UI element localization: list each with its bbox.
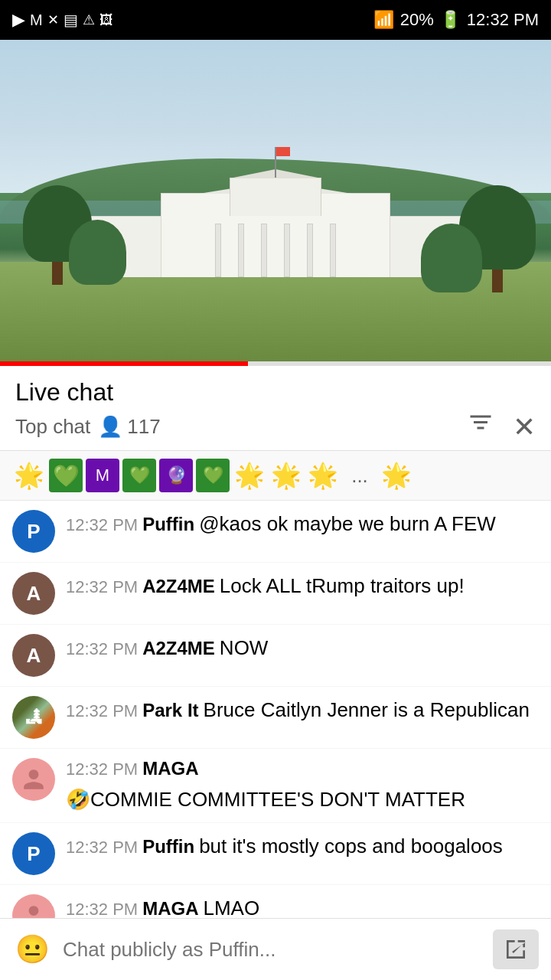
viewer-count: 👤 117	[98, 415, 160, 439]
emoji-9[interactable]: 🌟	[306, 459, 340, 492]
message-time-5: 12:32 PM	[66, 760, 138, 779]
app-icon-a: ⚠	[83, 11, 95, 28]
message-content-1: 12:32 PM Puffin @kaos ok maybe we burn A…	[66, 510, 539, 537]
emoji-1[interactable]: 🌟	[12, 459, 46, 492]
avatar-maga-1	[12, 758, 55, 801]
emoji-picker-button[interactable]: 😐	[12, 929, 52, 969]
chat-header: Live chat Top chat 👤 117 ✕	[0, 366, 551, 451]
send-button[interactable]	[493, 929, 539, 969]
time-display: 12:32 PM	[467, 10, 539, 30]
chat-message-1: P 12:32 PM Puffin @kaos ok maybe we burn…	[0, 501, 551, 563]
emoji-2[interactable]: 💚	[49, 459, 83, 492]
app-icon-img: 🖼	[99, 12, 113, 28]
status-left: ▶ M ✕ ▤ ⚠ 🖼	[12, 10, 113, 30]
message-content-6: 12:32 PM Puffin but it's mostly cops and…	[66, 832, 539, 860]
message-time-7: 12:32 PM	[66, 900, 138, 920]
message-author-6: Puffin	[142, 836, 194, 858]
chat-title: Live chat	[15, 378, 536, 407]
message-text-2: Lock ALL tRump traitors up!	[220, 572, 465, 599]
message-time-6: 12:32 PM	[66, 838, 138, 858]
emoji-4[interactable]: 💚	[122, 459, 156, 492]
app-icon-x: ✕	[47, 11, 59, 28]
emoji-more[interactable]: ...	[343, 459, 377, 492]
video-progress-bar[interactable]	[0, 361, 551, 366]
message-author-4: Park It	[142, 700, 198, 721]
message-time-3: 12:32 PM	[66, 639, 138, 659]
message-text-4: Bruce Caitlyn Jenner is a Republican	[204, 696, 530, 724]
chat-input-area: 😐	[0, 918, 551, 980]
chat-message-2: A 12:32 PM A2Z4ME Lock ALL tRump traitor…	[0, 563, 551, 625]
chat-message-4: 🏞 12:32 PM Park It Bruce Caitlyn Jenner …	[0, 687, 551, 749]
youtube-icon: ▶	[12, 10, 25, 30]
send-icon	[504, 937, 528, 962]
avatar-a2z4me-2: A	[12, 634, 55, 677]
emoji-8[interactable]: 🌟	[269, 459, 303, 492]
tree-right2	[421, 224, 482, 292]
message-author-3: A2Z4ME	[142, 638, 215, 659]
message-author-5: MAGA	[142, 758, 198, 779]
message-text-1: @kaos ok maybe we burn A FEW	[199, 510, 496, 537]
battery-icon: 🔋	[440, 10, 461, 30]
emoji-3[interactable]: M	[86, 459, 119, 492]
app-icon-m: M	[30, 11, 43, 29]
message-content-3: 12:32 PM A2Z4ME NOW	[66, 634, 539, 662]
status-bar: ▶ M ✕ ▤ ⚠ 🖼 📶 20% 🔋 12:32 PM	[0, 0, 551, 40]
flagpole	[275, 147, 276, 178]
emoji-last[interactable]: 🌟	[380, 459, 413, 492]
avatar-a2z4me-1: A	[12, 572, 55, 615]
chat-message-6: P 12:32 PM Puffin but it's mostly cops a…	[0, 823, 551, 885]
hero-image	[0, 40, 551, 361]
tree-left2	[69, 220, 126, 285]
close-icon[interactable]: ✕	[513, 411, 536, 443]
message-text-3: NOW	[220, 634, 269, 662]
chat-message-5: 12:32 PM MAGA 🤣COMMIE COMMITTEE'S DON'T …	[0, 749, 551, 823]
wh-dome-section	[230, 178, 321, 216]
live-chat-container: Live chat Top chat 👤 117 ✕	[0, 366, 551, 947]
message-content-2: 12:32 PM A2Z4ME Lock ALL tRump traitors …	[66, 572, 539, 599]
app-icon-file: ▤	[64, 11, 78, 29]
emoji-sticker-row[interactable]: 🌟 💚 M 💚 🔮 💚 🌟 🌟 🌟 ... 🌟	[0, 451, 551, 501]
smiley-icon: 😐	[15, 933, 50, 965]
viewer-count-number: 117	[127, 415, 160, 439]
message-time-1: 12:32 PM	[66, 515, 138, 535]
chat-messages-list: P 12:32 PM Puffin @kaos ok maybe we burn…	[0, 501, 551, 947]
avatar-parkit: 🏞	[12, 696, 55, 739]
chat-message-3: A 12:32 PM A2Z4ME NOW	[0, 625, 551, 687]
chat-subtitle-row: Top chat 👤 117 ✕	[15, 410, 536, 444]
avatar-puffin-2: P	[12, 832, 55, 875]
chat-subtitle-left: Top chat 👤 117	[15, 415, 161, 439]
message-author-7: MAGA	[142, 898, 198, 920]
message-text-6: but it's mostly cops and boogaloos	[199, 832, 503, 860]
message-text-5: 🤣COMMIE COMMITTEE'S DON'T MATTER	[66, 786, 539, 813]
person-icon: 👤	[98, 415, 122, 439]
chat-text-input[interactable]	[63, 929, 482, 969]
progress-fill	[0, 361, 248, 366]
message-content-4: 12:32 PM Park It Bruce Caitlyn Jenner is…	[66, 696, 539, 724]
wifi-icon: 📶	[373, 10, 394, 30]
message-content-5: 12:32 PM MAGA 🤣COMMIE COMMITTEE'S DON'T …	[66, 758, 539, 813]
emoji-5[interactable]: 🔮	[159, 459, 193, 492]
message-author-2: A2Z4ME	[142, 576, 215, 597]
message-time-4: 12:32 PM	[66, 701, 138, 721]
battery-text: 20%	[400, 10, 434, 30]
message-author-1: Puffin	[142, 514, 194, 535]
status-right: 📶 20% 🔋 12:32 PM	[373, 10, 539, 30]
emoji-6[interactable]: 💚	[196, 459, 230, 492]
chat-header-icons: ✕	[467, 410, 536, 444]
emoji-7[interactable]: 🌟	[233, 459, 266, 492]
top-chat-label[interactable]: Top chat	[15, 415, 90, 439]
avatar-puffin-1: P	[12, 510, 55, 553]
filter-icon[interactable]	[467, 410, 494, 444]
message-time-2: 12:32 PM	[66, 577, 138, 597]
